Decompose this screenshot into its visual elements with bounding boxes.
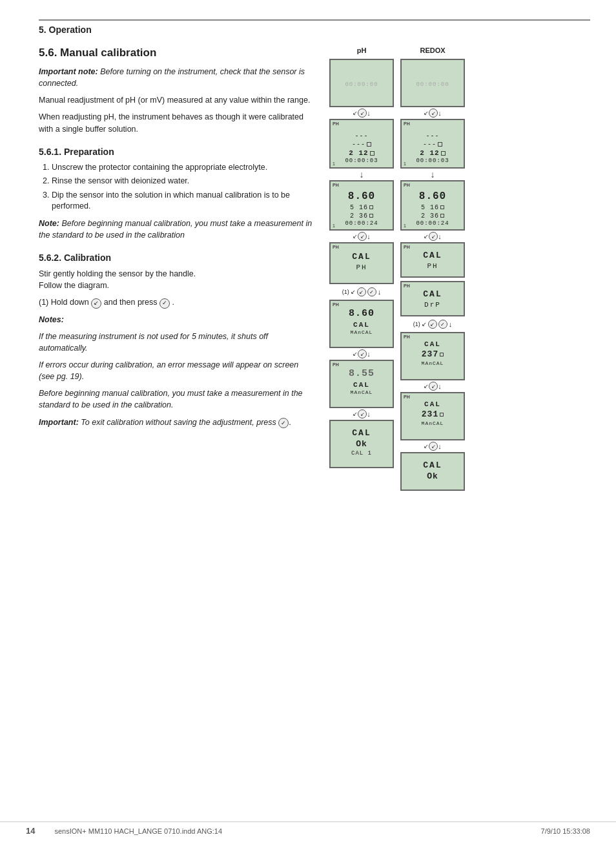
ph-screen-4: PH CAL PH <box>329 242 394 284</box>
page-number: 14 <box>26 826 35 836</box>
prep-note: Note: Before beginning manual calibratio… <box>39 218 316 241</box>
footer-date: 7/9/10 15:33:08 <box>541 827 590 835</box>
cal-para1: Stir gently holding the sensor by the ha… <box>39 268 316 291</box>
prep-note-text: Before beginning manual calibration, you… <box>39 219 312 240</box>
redox-screen-2: PH --- --- 2 12 1 00:00:03 <box>400 119 465 169</box>
cal-notes-label: Notes: <box>39 314 316 325</box>
ph-connector-4: (1) ↙ ↙ ✓ ↓ <box>342 287 382 296</box>
ph-screen-2: PH --- --- 2 12 1 00:00:03 <box>329 119 394 169</box>
redox-screen-6: PH CAL 231 MAnCAL <box>400 392 465 440</box>
prep-steps: Unscrew the protector containing the app… <box>52 162 316 212</box>
diagram-col-redox: REDOX 00:00:00 ↙ ↙ ↓ PH --- --- 2 12 <box>400 46 465 491</box>
redox-screen-4a: PH CAL PH <box>400 242 465 278</box>
important-label: Important: <box>39 418 79 427</box>
important-text: To exit calibration without saving the a… <box>81 418 276 427</box>
text-column: 5.6. Manual calibration Important note: … <box>39 46 316 491</box>
redox-connector-3: ↙ ↙ ↓ <box>424 232 442 240</box>
ph-connector-6: ↙ ↙ ↓ <box>353 410 371 418</box>
note-label: Important note: <box>39 67 98 76</box>
ph-label: pH <box>357 46 367 54</box>
cal-para2: (1) Hold down ↙ and then press ✓ . <box>39 296 316 309</box>
redox-arrow-2: ↓ <box>431 170 435 178</box>
redox-label: REDOX <box>420 46 445 54</box>
redox-screen-4b: PH CAL DrP <box>400 281 465 316</box>
redox-connector-1: ↙ ↙ ↓ <box>424 109 442 117</box>
section-title: 5. Operation <box>39 25 590 35</box>
cal-title: 5.6.2. Calibration <box>39 253 316 263</box>
content-layout: 5.6. Manual calibration Important note: … <box>39 46 590 491</box>
redox-screen-7: CAL Ok <box>400 452 465 491</box>
footer-file: sensION+ MM110 HACH_LANGE 0710.indd ANG:… <box>54 827 540 835</box>
exit-btn-icon: ✓ <box>278 418 289 428</box>
prep-title: 5.6.1. Preparation <box>39 147 316 157</box>
ph-screen-5: PH 8.60 CAL MAnCAL <box>329 300 394 348</box>
intro-para2: When readjusting pH, the instrument beha… <box>39 111 316 134</box>
cal-note-1: If the measuring instrument is not used … <box>39 331 316 354</box>
prep-step-2: Rinse the sensor with deionized water. <box>52 176 316 187</box>
prep-note-label: Note: <box>39 219 59 228</box>
notes-label: Notes: <box>39 315 64 324</box>
prep-step-1: Unscrew the protector containing the app… <box>52 162 316 174</box>
ph-connector-3: ↙ ↙ ↓ <box>353 232 371 240</box>
ph-screen-7: CAL Ok CAL 1 <box>329 420 394 468</box>
ph-connector-1: ↙ ↙ ↓ <box>353 109 371 117</box>
page-container: 5. Operation 5.6. Manual calibration Imp… <box>0 0 616 846</box>
ph-connector-5: ↙ ↙ ↓ <box>353 350 371 358</box>
intro-para1: Manual readjustment of pH (or mV) measur… <box>39 94 316 106</box>
redox-connector-5: ↙ ↙ ↓ <box>424 382 442 390</box>
redox-connector-6: ↙ ↙ ↓ <box>424 442 442 450</box>
ph-screen-1: 00:00:00 <box>329 59 394 107</box>
cal-note-2: If errors occur during calibration, an e… <box>39 359 316 382</box>
ph-screen-3: PH 8.60 5 16 2 36 1 00:00:24 <box>329 180 394 231</box>
section-header: 5. Operation <box>39 19 590 35</box>
redox-screen-5: PH CAL 237 MAnCAL <box>400 332 465 380</box>
diagram-col-ph: pH 00:00:00 ↙ ↙ ↓ PH --- --- 2 12 <box>329 46 394 491</box>
page-footer: 14 sensION+ MM110 HACH_LANGE 0710.indd A… <box>0 821 616 840</box>
cal-note-3: Before beginning manual calibration, you… <box>39 387 316 411</box>
diagram-column: pH 00:00:00 ↙ ↙ ↓ PH --- --- 2 12 <box>329 46 590 491</box>
press-btn-icon: ✓ <box>159 298 170 309</box>
intro-note: Important note: Before turning on the in… <box>39 66 316 89</box>
main-title: 5.6. Manual calibration <box>39 46 316 59</box>
prep-step-3: Dip the sensor into the solution in whic… <box>52 190 316 212</box>
redox-connector-4: (1) ↙ ↙ ✓ ↓ <box>413 320 453 329</box>
ph-screen-6: PH 8.55 CAL MAnCAL <box>329 360 394 408</box>
redox-screen-1: 00:00:00 <box>400 59 465 107</box>
cal-important: Important: To exit calibration without s… <box>39 417 316 429</box>
redox-screen-3: PH 8.60 5 16 2 36 1 00:00:24 <box>400 180 465 231</box>
hold-btn-icon: ↙ <box>91 298 101 309</box>
ph-arrow-2: ↓ <box>360 170 364 178</box>
